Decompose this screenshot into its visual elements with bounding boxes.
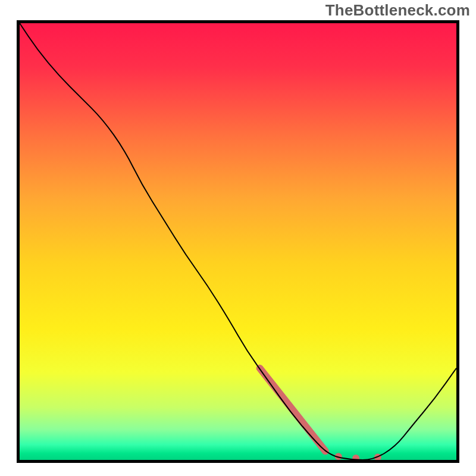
- watermark-text: TheBottleneck.com: [325, 1, 470, 20]
- plot-svg: [20, 23, 456, 460]
- gradient-background: [20, 23, 456, 460]
- plot-frame: [17, 20, 459, 463]
- chart-container: TheBottleneck.com: [0, 0, 476, 476]
